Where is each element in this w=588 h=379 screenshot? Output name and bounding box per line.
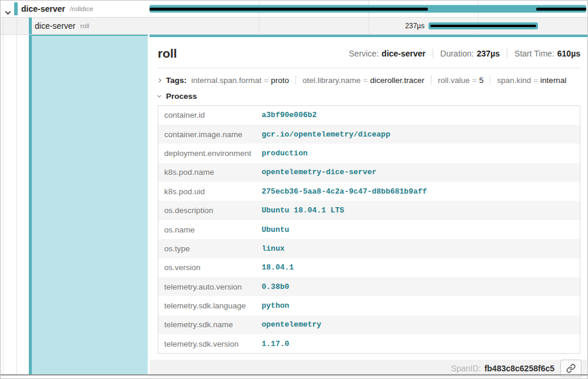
stat-value: 610µs — [557, 49, 580, 58]
span-detail-header: roll Service:dice-server Duration:237µs … — [158, 37, 580, 61]
process-table: container.ida3bf90e006b2container.image.… — [158, 105, 580, 354]
tags-section-header[interactable]: Tags: internal.span.format=protootel.lib… — [158, 75, 580, 85]
tag-item: roll.value=5 — [438, 76, 483, 85]
process-row: os.nameUbuntu — [158, 220, 580, 239]
operation-name: /rolldice — [70, 5, 94, 12]
tag-separator — [431, 75, 431, 85]
tag-equals: = — [361, 76, 370, 85]
tag-value: 5 — [479, 76, 484, 85]
process-value: opentelemetry-dice-server — [262, 163, 580, 182]
tag-equals: = — [531, 76, 540, 85]
timeline-left-gutter — [1, 35, 150, 374]
stat-value: dice-server — [381, 49, 426, 58]
stat-value: 237µs — [477, 49, 500, 58]
tag-key: internal.span.format — [191, 76, 261, 85]
jaeger-trace-detail-view: dice-server /rolldice dice-server roll 2… — [0, 0, 588, 379]
process-row: telemetry.auto.version0.38b0 — [158, 277, 580, 296]
span-bar-child-segment — [150, 8, 428, 11]
tag-value: diceroller.tracer — [370, 76, 424, 85]
process-row: os.version18.04.1 — [158, 258, 580, 277]
span-row-rolldice-timeline — [150, 1, 587, 17]
process-key: os.type — [158, 239, 262, 258]
tag-key: span.kind — [497, 76, 531, 85]
process-value: a3bf90e006b2 — [262, 106, 580, 125]
process-row: telemetry.sdk.nameopentelemetry — [158, 315, 580, 334]
process-section-label: Process — [166, 92, 197, 101]
stat-separator — [507, 49, 507, 58]
indent-guide — [3, 18, 4, 34]
grid-line — [259, 18, 260, 34]
chevron-right-icon — [157, 78, 161, 82]
span-row-rolldice-name-column[interactable]: dice-server /rolldice — [1, 1, 150, 17]
process-row: os.descriptionUbuntu 18.04.1 LTS — [158, 201, 580, 220]
process-value: 1.17.0 — [262, 334, 580, 353]
stat-label: Duration: — [440, 49, 474, 58]
process-value: opentelemetry — [262, 315, 580, 334]
tag-value: proto — [271, 76, 289, 85]
span-id-value: fb483c8c6258f6c5 — [484, 364, 554, 373]
header-divider — [158, 68, 580, 68]
span-row-rolldice[interactable]: dice-server /rolldice — [1, 1, 587, 18]
process-value: Ubuntu — [262, 220, 580, 239]
span-stats: Service:dice-server Duration:237µs Start… — [349, 49, 580, 58]
tag-item: span.kind=internal — [497, 76, 566, 85]
collapse-chevron-icon[interactable] — [6, 6, 10, 17]
tag-equals: = — [470, 76, 479, 85]
service-color-bar — [29, 18, 32, 34]
stat-label: Start Time: — [514, 49, 554, 58]
link-icon — [566, 364, 576, 373]
service-name: dice-server — [35, 21, 75, 31]
tag-key: roll.value — [438, 76, 470, 85]
stat-start-time: Start Time:610µs — [514, 49, 580, 58]
span-row-roll-name-column[interactable]: dice-server roll — [1, 18, 150, 34]
operation-name: roll — [80, 22, 89, 29]
indent-guide — [3, 35, 4, 374]
chevron-down-icon — [5, 9, 11, 15]
process-key: telemetry.sdk.version — [158, 334, 262, 353]
stat-label: Service: — [349, 49, 379, 58]
selected-span-highlight — [32, 35, 148, 374]
indent-guide — [16, 18, 17, 34]
tag-separator — [295, 75, 296, 85]
stat-duration: Duration:237µs — [440, 49, 500, 58]
grid-line — [368, 18, 369, 34]
tag-key: otel.library.name — [303, 76, 361, 85]
span-title: roll — [158, 46, 177, 61]
process-key: telemetry.auto.version — [158, 277, 262, 296]
process-row: deployment.environmentproduction — [158, 144, 580, 162]
process-key: deployment.environment — [158, 144, 262, 162]
span-bar-rolldice[interactable] — [150, 5, 586, 13]
process-key: os.version — [158, 258, 262, 277]
process-value: python — [262, 296, 580, 315]
process-table-body: container.ida3bf90e006b2container.image.… — [158, 106, 580, 354]
stat-separator — [433, 49, 433, 58]
span-row-roll-timeline: 237µs — [150, 18, 587, 34]
process-key: telemetry.sdk.name — [158, 315, 262, 334]
process-key: k8s.pod.uid — [158, 182, 262, 201]
process-row: telemetry.sdk.version1.17.0 — [158, 334, 580, 353]
process-row: os.typelinux — [158, 239, 580, 258]
span-duration-label: 237µs — [405, 22, 424, 30]
tag-separator — [490, 75, 490, 85]
process-row: container.ida3bf90e006b2 — [158, 106, 580, 125]
tag-item: internal.span.format=proto — [191, 76, 289, 85]
process-key: os.name — [158, 220, 262, 239]
span-bar-self-segment — [430, 25, 536, 27]
tags-section-label: Tags: — [166, 76, 187, 85]
service-color-bar — [14, 2, 18, 15]
chevron-down-icon — [157, 94, 161, 98]
span-bar-roll[interactable] — [428, 22, 538, 29]
process-key: os.description — [158, 201, 262, 220]
span-bar-child-segment — [536, 8, 586, 11]
process-section-header[interactable]: Process — [158, 92, 580, 101]
process-value: 275ecb36-5aa8-4c2a-9c47-d8bb681b9aff — [262, 182, 580, 201]
tag-item: otel.library.name=diceroller.tracer — [303, 76, 424, 85]
indent-guide — [16, 35, 17, 374]
tag-equals: = — [261, 76, 271, 85]
process-value: production — [262, 144, 580, 162]
span-detail-content: roll Service:dice-server Duration:237µs … — [150, 37, 587, 354]
process-value: gcr.io/opentelemetry/diceapp — [262, 125, 580, 144]
span-row-roll[interactable]: dice-server roll 237µs — [1, 18, 587, 35]
process-value: Ubuntu 18.04.1 LTS — [262, 201, 580, 220]
process-key: container.id — [158, 106, 262, 125]
